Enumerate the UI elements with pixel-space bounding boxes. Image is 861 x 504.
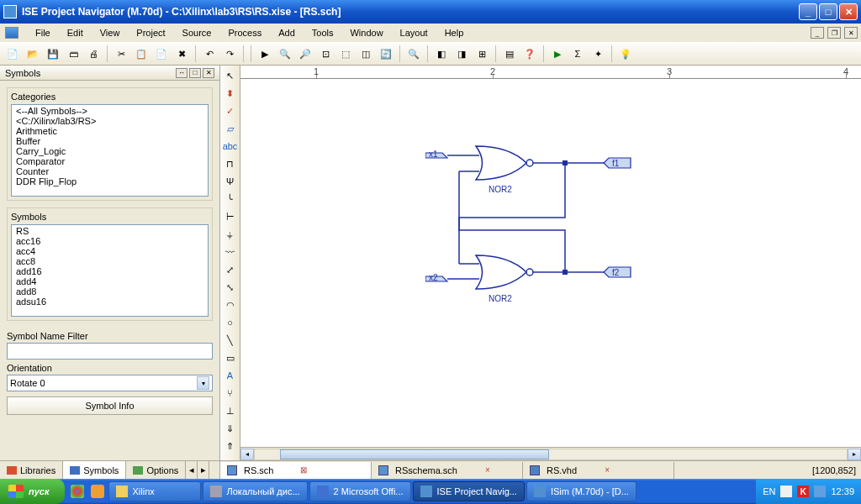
orientation-select[interactable]: Rotate 0 ▾ — [7, 375, 213, 391]
tray-volume-icon[interactable] — [780, 486, 792, 497]
menu-help[interactable]: Help — [438, 26, 471, 39]
bus-tool-icon[interactable]: ⊓ — [222, 155, 239, 172]
tray-av-icon[interactable]: K — [797, 486, 809, 497]
menu-add[interactable]: Add — [272, 26, 302, 39]
expand-tool-icon[interactable]: ⤢ — [222, 261, 239, 278]
list-item[interactable]: acc8 — [13, 256, 207, 266]
chevron-down-icon[interactable]: ▾ — [197, 376, 209, 390]
tab-options[interactable]: Options — [126, 461, 186, 479]
level-tool-icon[interactable]: ⊥ — [222, 402, 239, 419]
arc-tool-icon[interactable]: ◠ — [222, 297, 239, 313]
tab-left-icon[interactable]: ◂ — [186, 461, 198, 479]
save-icon[interactable]: 💾 — [44, 45, 62, 63]
list-item[interactable]: Arithmetic — [13, 126, 207, 136]
maximize-button[interactable]: □ — [819, 3, 837, 20]
list-item[interactable]: Comparator — [13, 156, 207, 166]
undo-icon[interactable]: ↶ — [200, 45, 219, 63]
power-tool-icon[interactable]: ⏚ — [222, 226, 239, 243]
menu-process[interactable]: Process — [221, 26, 268, 39]
hierarchy-tool-icon[interactable]: ⬍ — [222, 85, 239, 102]
label-tool-icon[interactable]: A — [222, 367, 239, 384]
search-icon[interactable]: 🔍 — [404, 45, 423, 63]
doc-tab-rs-vhd[interactable]: RS.vhd × — [523, 462, 674, 479]
hint-icon[interactable]: 💡 — [616, 45, 635, 63]
doc-tab-rs-sch[interactable]: RS.sch ⊠ — [220, 462, 372, 479]
copy-icon[interactable]: 📋 — [132, 45, 151, 63]
tray-network-icon[interactable] — [814, 486, 826, 497]
mdi-minimize[interactable]: _ — [811, 27, 824, 39]
list-item[interactable]: <C:/Xilinx/lab3/RS> — [13, 116, 207, 126]
net-tool-icon[interactable]: Ψ — [222, 173, 239, 190]
scroll-track[interactable] — [254, 449, 848, 460]
task-disk[interactable]: Локальный дис... — [203, 481, 308, 501]
gate-tool-icon[interactable]: ▱ — [222, 120, 239, 137]
zoom-out-icon[interactable]: 🔎 — [296, 45, 314, 63]
tray-lang[interactable]: EN — [763, 486, 775, 496]
list-item[interactable]: DDR Flip_Flop — [13, 176, 207, 186]
push-tool-icon[interactable]: ⇓ — [222, 420, 239, 437]
close-button[interactable]: ✕ — [839, 3, 858, 20]
list-item[interactable]: Buffer — [13, 136, 207, 146]
tools-icon[interactable]: ✦ — [589, 45, 607, 63]
list-item[interactable]: add8 — [13, 286, 207, 297]
paste-icon[interactable]: 📄 — [152, 45, 171, 63]
start-button[interactable]: пуск — [0, 479, 65, 504]
list-item[interactable]: acc16 — [13, 236, 207, 246]
new-icon[interactable]: 📄 — [3, 45, 22, 63]
sidebar-float-icon[interactable]: ↔ — [176, 68, 188, 78]
task-isim[interactable]: ISim (M.70d) - [D... — [526, 481, 637, 501]
zoom-full-icon[interactable]: ◫ — [357, 45, 375, 63]
branch-tool-icon[interactable]: ⊢ — [222, 208, 239, 225]
menu-edit[interactable]: Edit — [61, 26, 90, 39]
list-item[interactable]: RS — [13, 226, 207, 236]
menu-tools[interactable]: Tools — [305, 26, 341, 39]
save-all-icon[interactable]: 🗃 — [64, 45, 82, 63]
quicklaunch-mail-icon[interactable] — [88, 482, 107, 501]
refresh-icon[interactable]: 🔄 — [377, 45, 395, 63]
cut-icon[interactable]: ✂ — [112, 45, 130, 63]
sidebar-close-icon[interactable]: ✕ — [203, 68, 214, 78]
minimize-button[interactable]: _ — [799, 3, 817, 20]
pop-tool-icon[interactable]: ⇑ — [222, 438, 239, 454]
sidebar-pin-icon[interactable]: □ — [189, 68, 201, 78]
tab-libraries[interactable]: Libraries — [0, 461, 63, 479]
resistor-tool-icon[interactable]: 〰 — [222, 244, 239, 260]
list-item[interactable]: Carry_Logic — [13, 146, 207, 156]
task-ise[interactable]: ISE Project Navig... — [413, 481, 525, 501]
play-icon[interactable]: ▶ — [548, 45, 567, 63]
categories-list[interactable]: <--All Symbols--> <C:/Xilinx/lab3/RS> Ar… — [11, 104, 209, 197]
mdi-restore[interactable]: ❐ — [827, 27, 841, 39]
sigma-icon[interactable]: Σ — [568, 45, 587, 63]
schematic-canvas[interactable]: NOR2 x1 f1 NOR2 — [240, 79, 861, 447]
redo-icon[interactable]: ↷ — [220, 45, 239, 63]
open-icon[interactable]: 📂 — [24, 45, 42, 63]
menu-file[interactable]: File — [29, 26, 57, 39]
menu-layout[interactable]: Layout — [394, 26, 435, 39]
window3-icon[interactable]: ⊞ — [473, 45, 491, 63]
check-tool-icon[interactable]: ✓ — [222, 102, 239, 119]
tab-symbols[interactable]: Symbols — [63, 461, 126, 479]
help-icon[interactable]: ❓ — [520, 45, 539, 63]
list-item[interactable]: add16 — [13, 266, 207, 276]
circle-tool-icon[interactable]: ○ — [222, 314, 239, 331]
menu-view[interactable]: View — [93, 26, 127, 39]
menu-window[interactable]: Window — [343, 26, 389, 39]
symbol-filter-input[interactable] — [7, 343, 213, 360]
doc-tab-rschema-sch[interactable]: RSschema.sch × — [372, 462, 523, 479]
scroll-left-icon[interactable]: ◂ — [240, 449, 254, 460]
text-tool-icon[interactable]: abc — [222, 138, 239, 155]
close-tab-icon[interactable]: × — [602, 465, 612, 475]
scroll-thumb[interactable] — [280, 449, 549, 459]
task-xilinx[interactable]: Xilinx — [108, 481, 201, 501]
compress-tool-icon[interactable]: ⤡ — [222, 279, 239, 296]
window2-icon[interactable]: ◨ — [452, 45, 471, 63]
run-icon[interactable]: ▶ — [256, 45, 274, 63]
menu-source[interactable]: Source — [176, 26, 219, 39]
list-item[interactable]: acc4 — [13, 246, 207, 256]
wire-tool-icon[interactable]: ╰ — [222, 191, 239, 207]
task-office[interactable]: 2 Microsoft Offi... — [309, 481, 411, 501]
layout-icon[interactable]: ▤ — [500, 45, 519, 63]
horizontal-scrollbar[interactable]: ◂ ▸ — [240, 447, 861, 460]
window1-icon[interactable]: ◧ — [432, 45, 451, 63]
zoom-area-icon[interactable]: ⬚ — [336, 45, 355, 63]
